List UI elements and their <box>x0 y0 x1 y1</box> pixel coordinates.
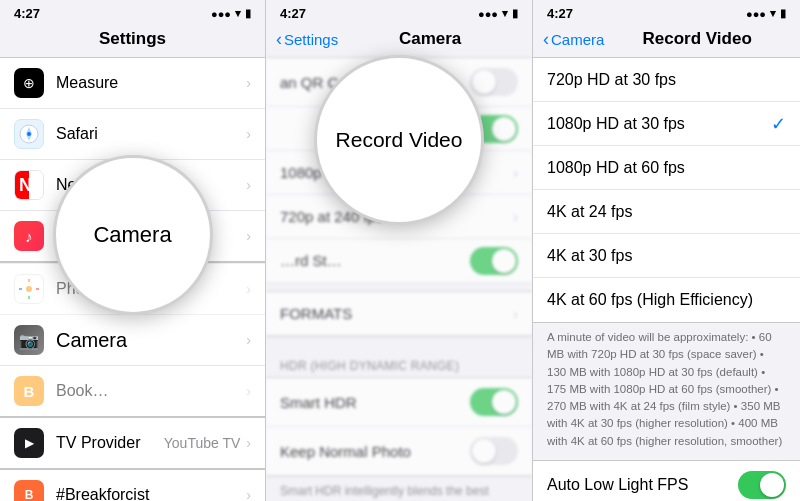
size-note: A minute of video will be approximately:… <box>533 323 800 460</box>
camera-chevron: › <box>246 332 251 348</box>
svg-point-8 <box>26 286 32 292</box>
battery-icon-2: ▮ <box>512 7 518 20</box>
quality-1080-60[interactable]: 1080p HD at 60 fps <box>533 146 800 190</box>
photos-icon <box>14 274 44 304</box>
status-bar-2: 4:27 ●●● ▾ ▮ <box>266 0 532 25</box>
apps-list: ▶ TV Provider YouTube TV › <box>0 417 265 469</box>
wifi-icon-2: ▾ <box>502 7 508 20</box>
settings-header: Settings <box>0 25 265 57</box>
news-icon: N <box>14 170 44 200</box>
selected-checkmark: ✓ <box>771 113 786 135</box>
time-3: 4:27 <box>547 6 573 21</box>
auto-low-light-section: Auto Low Light FPS <box>533 460 800 501</box>
hdr-section: Smart HDR Keep Normal Photo <box>266 377 532 477</box>
measure-chevron: › <box>246 75 251 91</box>
tv-icon: ▶ <box>14 428 44 458</box>
quality-list: 720p HD at 30 fps 1080p HD at 30 fps ✓ 1… <box>533 57 800 323</box>
books-icon: B <box>14 376 44 406</box>
toggle5[interactable] <box>470 247 518 275</box>
record-video-content: 720p HD at 30 fps 1080p HD at 30 fps ✓ 1… <box>533 57 800 501</box>
keep-normal-toggle[interactable] <box>470 437 518 465</box>
quality-720-30[interactable]: 720p HD at 30 fps <box>533 58 800 102</box>
breakforcist-item[interactable]: B #Breakforcist › <box>0 470 265 501</box>
music-chevron: › <box>246 228 251 244</box>
books-item[interactable]: B Book… › <box>0 366 265 416</box>
camera-item[interactable]: 📷 Camera › <box>0 315 265 366</box>
keep-normal-row: Keep Normal Photo <box>266 427 532 476</box>
time-1: 4:27 <box>14 6 40 21</box>
status-icons-2: ●●● ▾ ▮ <box>478 7 518 20</box>
camera-label: Camera <box>56 329 246 352</box>
measure-label: Measure <box>56 74 246 92</box>
signal-icon: ●●● <box>211 8 231 20</box>
back-label: Settings <box>284 31 338 48</box>
quality-4k-60[interactable]: 4K at 60 fps (High Efficiency) <box>533 278 800 322</box>
magnify-label: Camera <box>93 222 171 248</box>
hdr-header: HDR (HIGH DYNAMIC RANGE) <box>266 345 532 377</box>
tv-provider-item[interactable]: ▶ TV Provider YouTube TV › <box>0 418 265 468</box>
back-to-settings[interactable]: ‹ Settings <box>276 30 338 48</box>
tv-label: TV Provider <box>56 434 164 452</box>
books-chevron: › <box>246 383 251 399</box>
measure-icon: ⊕ <box>14 68 44 98</box>
time-2: 4:27 <box>280 6 306 21</box>
wifi-icon: ▾ <box>235 7 241 20</box>
camera-icon: 📷 <box>14 325 44 355</box>
measure-item[interactable]: ⊕ Measure › <box>0 58 265 109</box>
formats-row[interactable]: FORMATS › <box>266 292 532 336</box>
record-title: Record Video <box>604 29 790 49</box>
breakforcist-icon: B <box>14 480 44 501</box>
safari-label: Safari <box>56 125 246 143</box>
formats-section: FORMATS › <box>266 291 532 337</box>
back-label-3: Camera <box>551 31 604 48</box>
back-to-camera[interactable]: ‹ Camera <box>543 30 604 48</box>
qr-toggle[interactable] <box>470 68 518 96</box>
tv-chevron: › <box>246 435 251 451</box>
camera-nav: ‹ Settings Camera <box>266 25 532 57</box>
record-video-screen: 4:27 ●●● ▾ ▮ ‹ Camera Record Video 720p … <box>533 0 800 501</box>
status-bar-1: 4:27 ●●● ▾ ▮ <box>0 0 265 25</box>
back-chevron-icon: ‹ <box>276 30 282 48</box>
record-video-magnify-text: Record Video <box>336 126 463 153</box>
settings-screen: 4:27 ●●● ▾ ▮ Settings ⊕ Measure › Safari… <box>0 0 266 501</box>
svg-point-3 <box>27 132 31 136</box>
safari-chevron: › <box>246 126 251 142</box>
status-bar-3: 4:27 ●●● ▾ ▮ <box>533 0 800 25</box>
svg-text:N: N <box>19 175 32 195</box>
battery-icon-3: ▮ <box>780 7 786 20</box>
auto-low-light-label: Auto Low Light FPS <box>547 476 738 494</box>
auto-low-light-row: Auto Low Light FPS <box>533 461 800 501</box>
breakforcist-chevron: › <box>246 487 251 501</box>
signal-icon-3: ●●● <box>746 8 766 20</box>
smart-hdr-row: Smart HDR <box>266 378 532 427</box>
quality-4k-30[interactable]: 4K at 30 fps <box>533 234 800 278</box>
safari-item[interactable]: Safari › <box>0 109 265 160</box>
smart-hdr-toggle[interactable] <box>470 388 518 416</box>
sep-hdr <box>266 337 532 345</box>
status-icons-1: ●●● ▾ ▮ <box>211 7 251 20</box>
hdr-footer: Smart HDR intelligently blends the best … <box>266 477 532 501</box>
third-party-list: B #Breakforcist › Y #ymbab › 1 1Blocker … <box>0 469 265 501</box>
camera-title: Camera <box>338 29 522 49</box>
tv-value: YouTube TV <box>164 435 241 451</box>
safari-icon <box>14 119 44 149</box>
music-icon: ♪ <box>14 221 44 251</box>
quality-1080-30[interactable]: 1080p HD at 30 fps ✓ <box>533 102 800 146</box>
auto-low-light-toggle[interactable] <box>738 471 786 499</box>
magnify-circle-2: Record Video <box>314 55 484 225</box>
photos-chevron: › <box>246 281 251 297</box>
status-icons-3: ●●● ▾ ▮ <box>746 7 786 20</box>
back-chevron-icon-3: ‹ <box>543 30 549 48</box>
camera-screen: 4:27 ●●● ▾ ▮ ‹ Settings Camera Record Vi… <box>266 0 533 501</box>
signal-icon-2: ●●● <box>478 8 498 20</box>
books-label: Book… <box>56 382 246 400</box>
breakforcist-label: #Breakforcist <box>56 486 246 501</box>
row5: …rd St… <box>266 239 532 283</box>
battery-icon: ▮ <box>245 7 251 20</box>
sep-formats <box>266 283 532 291</box>
magnify-circle: Camera <box>53 155 213 315</box>
formats-label: FORMATS <box>280 305 513 322</box>
wifi-icon-3: ▾ <box>770 7 776 20</box>
record-nav: ‹ Camera Record Video <box>533 25 800 57</box>
quality-4k-24[interactable]: 4K at 24 fps <box>533 190 800 234</box>
